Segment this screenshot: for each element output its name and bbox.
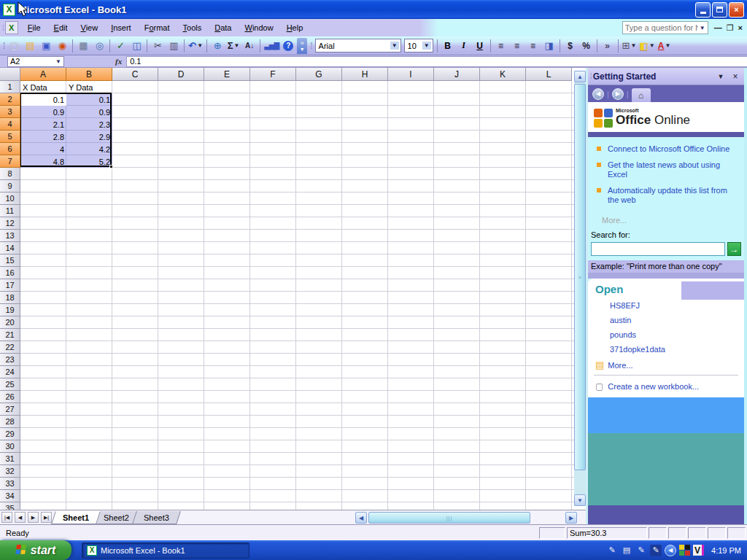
row-header-9[interactable]: 9 [0, 180, 20, 192]
mic-icon[interactable]: ✎ [606, 545, 618, 556]
name-box-dropdown-icon[interactable]: ▼ [55, 58, 61, 65]
row-header-30[interactable]: 30 [0, 440, 20, 453]
column-header-K[interactable]: K [480, 68, 526, 81]
column-header-D[interactable]: D [158, 68, 204, 81]
row-header-24[interactable]: 24 [0, 366, 20, 378]
restore-button[interactable] [712, 2, 727, 18]
font-color-icon-dropdown[interactable]: ▼ [665, 42, 671, 49]
menu-view[interactable]: View [74, 20, 105, 35]
back-icon[interactable]: ◀ [592, 88, 604, 100]
workbook-restore-button[interactable]: ❐ [727, 23, 734, 33]
pen-icon[interactable]: ✎ [635, 545, 647, 556]
currency-icon[interactable]: $ [563, 39, 578, 53]
menu-help[interactable]: Help [280, 20, 310, 35]
row-header-23[interactable]: 23 [0, 354, 20, 366]
cell-A1[interactable]: X Data [20, 81, 66, 93]
spelling-icon[interactable]: ✓ [113, 39, 128, 53]
column-header-E[interactable]: E [204, 68, 250, 81]
bold-icon[interactable]: B [441, 39, 455, 53]
recent-file-371dopke1data[interactable]: 371dopke1data [610, 345, 744, 354]
percent-icon[interactable]: % [579, 39, 594, 53]
borders-icon-dropdown[interactable]: ▼ [631, 42, 637, 49]
permission-icon[interactable]: ◉ [55, 39, 69, 53]
pen-dark-icon[interactable]: ✎ [650, 545, 662, 556]
row-header-16[interactable]: 16 [0, 267, 20, 279]
search-input[interactable] [591, 242, 725, 256]
chart-wizard-icon[interactable]: ▃▅▇ [263, 39, 279, 53]
scroll-down-icon[interactable]: ▼ [574, 494, 586, 506]
getting-started-link-1[interactable]: Get the latest news about using Excel [595, 160, 738, 179]
font-color-icon[interactable]: A▼ [657, 39, 672, 53]
getting-started-link-0[interactable]: Connect to Microsoft Office Online [595, 144, 738, 154]
open-icon[interactable]: ▤ [23, 39, 37, 53]
question-box[interactable]: ▼ [622, 21, 708, 34]
print-icon[interactable]: ▦ [76, 39, 90, 53]
close-button[interactable]: × [729, 2, 744, 18]
row-header-17[interactable]: 17 [0, 279, 20, 292]
minimize-button[interactable] [695, 2, 711, 18]
row-header-7[interactable]: 7 [0, 155, 20, 168]
row-header-22[interactable]: 22 [0, 341, 20, 354]
row-header-11[interactable]: 11 [0, 205, 20, 217]
workbook-close-button[interactable]: × [738, 23, 743, 33]
taskbar-excel-button[interactable]: X Microsoft Excel - Book1 [82, 542, 249, 559]
font-name-dropdown-icon[interactable]: ▼ [390, 42, 399, 50]
row-header-2[interactable]: 2 [0, 93, 20, 106]
question-dropdown-icon[interactable]: ▼ [700, 25, 705, 31]
menu-tools[interactable]: Tools [177, 20, 209, 35]
row-header-20[interactable]: 20 [0, 316, 20, 329]
start-button[interactable]: start [0, 540, 71, 560]
row-header-4[interactable]: 4 [0, 118, 20, 131]
italic-icon[interactable]: I [457, 39, 471, 53]
formula-input[interactable]: 0.1 [126, 56, 747, 67]
question-input[interactable] [625, 23, 698, 32]
row-header-8[interactable]: 8 [0, 168, 20, 180]
toolbar-options-icon[interactable]: »▼ [297, 38, 307, 54]
fill-color-icon-dropdown[interactable]: ▼ [649, 42, 655, 49]
row-header-6[interactable]: 6 [0, 143, 20, 155]
tab-nav-3[interactable]: ▶| [41, 512, 52, 523]
task-pane-dropdown-icon[interactable]: ▼ [715, 71, 727, 82]
row-header-18[interactable]: 18 [0, 292, 20, 304]
copy-icon[interactable]: ▥ [166, 39, 181, 53]
getting-started-link-2[interactable]: Automatically update this list from the … [595, 186, 738, 205]
vertical-scroll-thumb[interactable]: ≡ [574, 84, 586, 470]
vertical-scrollbar[interactable]: ▲ ≡ ▼ [574, 71, 586, 506]
scroll-up-icon[interactable]: ▲ [574, 71, 586, 82]
column-header-B[interactable]: B [66, 68, 112, 81]
column-header-F[interactable]: F [250, 68, 296, 81]
row-header-13[interactable]: 13 [0, 230, 20, 242]
column-header-J[interactable]: J [434, 68, 480, 81]
help-icon[interactable]: ? [281, 39, 295, 53]
font-size-combo[interactable]: 10 ▼ [404, 39, 433, 52]
font-size-dropdown-icon[interactable]: ▼ [422, 42, 431, 50]
hyperlink-icon[interactable]: ⊕ [210, 39, 225, 53]
menu-insert[interactable]: Insert [104, 20, 138, 35]
column-header-I[interactable]: I [388, 68, 434, 81]
font-name-combo[interactable]: Arial ▼ [315, 39, 401, 52]
autosum-icon-dropdown[interactable]: ▼ [234, 42, 240, 49]
menu-data[interactable]: Data [208, 20, 238, 35]
scroll-left-icon[interactable]: ◀ [355, 512, 367, 524]
autosum-icon[interactable]: Σ▼ [226, 39, 241, 53]
sheet-tab-sheet1[interactable]: Sheet1 [51, 511, 101, 524]
row-header-21[interactable]: 21 [0, 329, 20, 341]
recent-file-austin[interactable]: austin [610, 316, 744, 324]
row-header-32[interactable]: 32 [0, 465, 20, 478]
merge-center-icon[interactable]: ◨ [542, 39, 557, 53]
row-header-5[interactable]: 5 [0, 131, 20, 143]
menu-edit[interactable]: Edit [47, 20, 74, 35]
row-header-12[interactable]: 12 [0, 217, 20, 230]
recent-file-pounds[interactable]: pounds [610, 330, 744, 339]
research-icon[interactable]: ◫ [129, 39, 144, 53]
row-header-15[interactable]: 15 [0, 254, 20, 267]
align-left-icon[interactable]: ≡ [494, 39, 508, 53]
forward-icon[interactable]: ▶ [612, 88, 624, 100]
row-header-19[interactable]: 19 [0, 304, 20, 316]
new-icon[interactable]: ▢ [7, 39, 21, 53]
row-header-27[interactable]: 27 [0, 403, 20, 416]
task-pane-header[interactable]: ⁞ Getting Started ▼ × [588, 68, 744, 85]
fill-color-icon[interactable]: ◧▼ [638, 39, 655, 53]
column-header-C[interactable]: C [112, 68, 158, 81]
row-header-3[interactable]: 3 [0, 106, 20, 118]
